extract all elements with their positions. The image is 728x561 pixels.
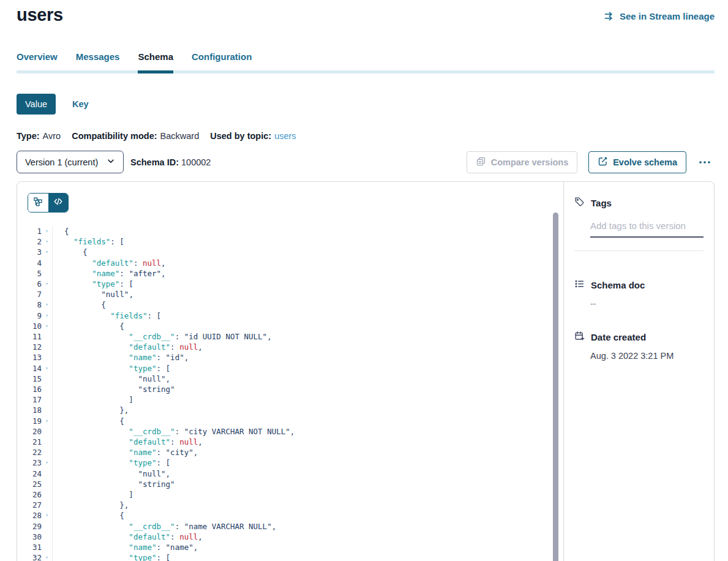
version-select[interactable]: Version 1 (current) (17, 151, 124, 173)
code-text: { (53, 321, 124, 331)
value-tab-button[interactable]: Value (17, 94, 56, 115)
compare-versions-label: Compare versions (491, 157, 569, 167)
code-line: 17 ] (17, 394, 563, 405)
tab-overview[interactable]: Overview (17, 51, 58, 70)
schema-doc-header: Schema doc (574, 279, 704, 292)
line-number: 10 (17, 321, 42, 331)
stream-lineage-icon (604, 10, 615, 22)
topic-link[interactable]: users (274, 131, 296, 141)
compat-value: Backward (160, 131, 200, 141)
collapse-caret-icon[interactable]: ▾ (42, 552, 53, 561)
sidebar-divider (574, 250, 704, 251)
code-line: 28▾ { (17, 510, 563, 521)
gutter-spacer (42, 384, 53, 394)
code-line: 2▾ "fields": [ (17, 236, 563, 247)
schema-controls: Version 1 (current) Schema ID: 100002 Co… (17, 151, 715, 173)
line-number: 19 (17, 416, 42, 426)
collapse-caret-icon[interactable]: ▾ (42, 510, 53, 521)
code-text: ] (53, 489, 133, 500)
gutter-spacer (42, 521, 53, 532)
collapse-caret-icon[interactable]: ▾ (42, 247, 53, 257)
line-number: 2 (17, 236, 42, 247)
collapse-caret-icon[interactable]: ▾ (42, 321, 53, 331)
line-number: 29 (17, 521, 42, 532)
code-line: 12 "default": null, (17, 342, 563, 352)
schema-doc-title: Schema doc (591, 280, 645, 290)
code-text: "type": [ (53, 279, 133, 289)
tab-configuration[interactable]: Configuration (192, 51, 252, 70)
tab-messages[interactable]: Messages (76, 51, 120, 70)
code-text: "name": "name", (53, 542, 198, 552)
evolve-schema-label: Evolve schema (613, 157, 677, 167)
code-text: { (53, 510, 124, 521)
active-tab-indicator (138, 70, 173, 73)
code-line: 7 "null", (17, 289, 563, 299)
line-number: 18 (17, 405, 42, 415)
gutter-spacer (42, 500, 53, 510)
code-line: 29 "__crdb__": "name VARCHAR NULL", (17, 521, 563, 532)
page-title: users (17, 5, 63, 25)
code-text: "__crdb__": "id UUID NOT NULL", (53, 331, 272, 342)
code-line: 20 "__crdb__": "city VARCHAR NOT NULL", (17, 426, 563, 437)
code-line: 26 ] (17, 489, 563, 500)
date-created-section: Date created Aug. 3 2022 3:21 PM (574, 331, 704, 361)
code-line: 9▾ "fields": [ (17, 311, 563, 321)
code-line: 10▾ { (17, 321, 563, 331)
add-tags-input[interactable] (590, 220, 704, 238)
code-line: 27 }, (17, 500, 563, 510)
gutter-spacer (42, 331, 53, 342)
key-tab-button[interactable]: Key (72, 99, 89, 109)
gutter-spacer (42, 542, 53, 552)
gutter-spacer (42, 268, 53, 279)
collapse-caret-icon[interactable]: ▾ (42, 363, 53, 374)
compare-versions-button[interactable]: Compare versions (467, 151, 578, 173)
code-text: "name": "city", (53, 447, 198, 457)
code-scrollbar[interactable] (553, 213, 558, 561)
collapse-caret-icon[interactable]: ▾ (42, 311, 53, 321)
code-line: 1▾{ (17, 226, 563, 236)
code-text: { (53, 416, 124, 426)
code-text: "type": [ (53, 457, 170, 468)
stream-lineage-link[interactable]: See in Stream lineage (604, 10, 715, 22)
compatibility-mode: Compatibility mode: Backward (72, 131, 199, 141)
code-line: 19▾ { (17, 416, 563, 426)
compare-versions-icon (476, 156, 486, 168)
code-line: 11 "__crdb__": "id UUID NOT NULL", (17, 331, 563, 342)
schema-doc-value: -- (590, 299, 704, 309)
collapse-caret-icon[interactable]: ▾ (42, 416, 53, 426)
collapse-caret-icon[interactable]: ▾ (42, 226, 53, 236)
code-text: "default": null, (53, 532, 203, 542)
compat-label: Compatibility mode: (72, 131, 157, 141)
code-line: 8▾ { (17, 299, 563, 310)
code-text: "null", (53, 289, 133, 299)
tag-icon (574, 197, 585, 209)
collapse-caret-icon[interactable]: ▾ (42, 279, 53, 289)
line-number: 25 (17, 479, 42, 489)
code-line: 32▾ "type": [ (17, 552, 563, 561)
gutter-spacer (42, 426, 53, 437)
tab-schema[interactable]: Schema (138, 51, 173, 70)
topic-label: Used by topic: (210, 131, 271, 141)
tree-view-button[interactable] (28, 194, 48, 212)
code-text: "default": null, (53, 437, 203, 447)
tab-track (17, 70, 715, 73)
evolve-schema-button[interactable]: Evolve schema (588, 151, 686, 173)
page-header: users See in Stream lineage (17, 0, 715, 25)
version-select-value: Version 1 (current) (25, 157, 98, 167)
line-number: 17 (17, 394, 42, 405)
date-created-title: Date created (591, 332, 646, 342)
tags-title: Tags (591, 198, 612, 208)
gutter-spacer (42, 489, 53, 500)
collapse-caret-icon[interactable]: ▾ (42, 236, 53, 247)
gutter-spacer (42, 405, 53, 415)
collapse-caret-icon[interactable]: ▾ (42, 299, 53, 310)
more-actions-button[interactable] (695, 155, 715, 170)
gutter-spacer (42, 352, 53, 363)
line-number: 8 (17, 299, 42, 310)
code-lines: 1▾{2▾ "fields": [3▾ {4 "default": null,5… (17, 226, 563, 561)
code-line: 30 "default": null, (17, 532, 563, 542)
code-line: 15 "null", (17, 374, 563, 384)
collapse-caret-icon[interactable]: ▾ (42, 457, 53, 468)
code-view-button[interactable] (48, 194, 69, 212)
line-number: 24 (17, 469, 42, 479)
